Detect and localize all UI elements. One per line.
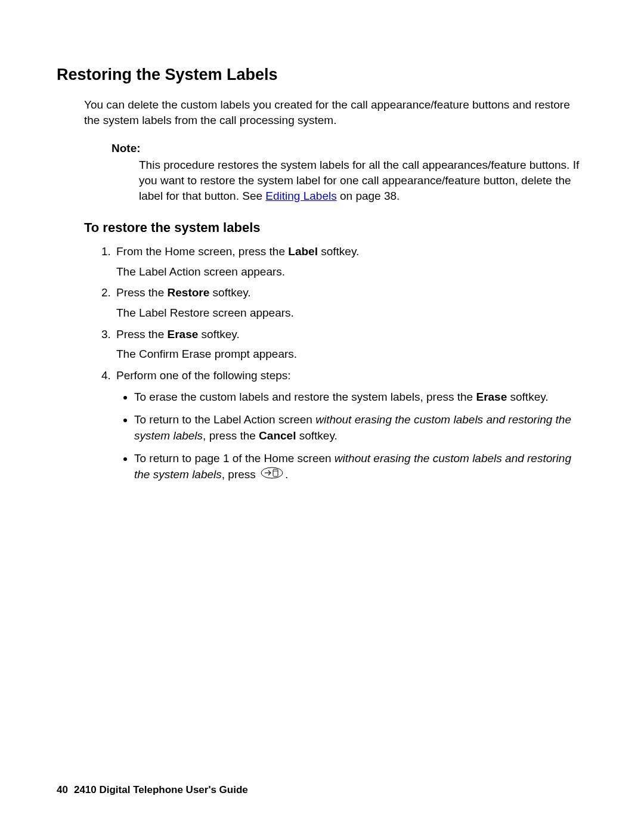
step-3-bold: Erase [168, 328, 199, 340]
procedure-steps: From the Home screen, press the Label so… [98, 244, 587, 484]
step-4-b1-post: softkey. [507, 391, 548, 403]
step-4-bullets: To erase the custom labels and restore t… [116, 389, 587, 484]
step-3: Press the Erase softkey. The Confirm Era… [114, 327, 587, 362]
document-page: Restoring the System Labels You can dele… [0, 0, 644, 833]
step-1-bold: Label [288, 245, 318, 258]
step-4-bullet-3: To return to page 1 of the Home screen w… [134, 451, 587, 483]
step-1-post: softkey. [318, 245, 359, 258]
step-4-b2-post: softkey. [296, 429, 337, 442]
step-4-b2-pre: To return to the Label Action screen [134, 413, 315, 426]
step-2-result: The Label Restore screen appears. [116, 305, 587, 321]
step-4-b3-post: . [285, 468, 288, 481]
step-4-b2-bold: Cancel [259, 429, 296, 442]
step-4-b3-mid: , press [222, 468, 259, 481]
step-4-lead: Perform one of the following steps: [116, 369, 291, 382]
note-body: This procedure restores the system label… [139, 157, 587, 203]
note-block: Note: This procedure restores the system… [112, 142, 587, 203]
document-title: 2410 Digital Telephone User's Guide [74, 784, 248, 795]
step-2: Press the Restore softkey. The Label Res… [114, 285, 587, 320]
step-4-bullet-2: To return to the Label Action screen wit… [134, 412, 587, 444]
step-1-result: The Label Action screen appears. [116, 264, 587, 280]
svg-rect-2 [273, 469, 278, 476]
step-4-b2-mid: , press the [203, 429, 259, 442]
note-body-post: on page 38. [337, 190, 400, 202]
svg-point-0 [261, 467, 283, 478]
step-1: From the Home screen, press the Label so… [114, 244, 587, 279]
page-footer: 402410 Digital Telephone User's Guide [57, 784, 248, 796]
step-2-post: softkey. [209, 286, 250, 299]
editing-labels-link[interactable]: Editing Labels [265, 190, 336, 202]
step-4-b1-pre: To erase the custom labels and restore t… [134, 391, 476, 403]
intro-paragraph: You can delete the custom labels you cre… [84, 97, 587, 128]
step-4-bullet-1: To erase the custom labels and restore t… [134, 389, 587, 405]
procedure-heading: To restore the system labels [84, 220, 587, 236]
step-1-pre: From the Home screen, press the [116, 245, 288, 258]
step-3-result: The Confirm Erase prompt appears. [116, 346, 587, 362]
step-2-bold: Restore [168, 286, 210, 299]
step-4-b3-pre: To return to page 1 of the Home screen [134, 452, 335, 465]
step-2-pre: Press the [116, 286, 168, 299]
note-label: Note: [112, 142, 587, 155]
page-number: 40 [57, 784, 68, 795]
step-4-b1-bold: Erase [476, 391, 507, 403]
step-3-pre: Press the [116, 328, 168, 340]
exit-button-icon [260, 467, 284, 484]
step-3-post: softkey. [198, 328, 239, 340]
page-heading: Restoring the System Labels [57, 66, 587, 84]
step-4: Perform one of the following steps: To e… [114, 368, 587, 484]
